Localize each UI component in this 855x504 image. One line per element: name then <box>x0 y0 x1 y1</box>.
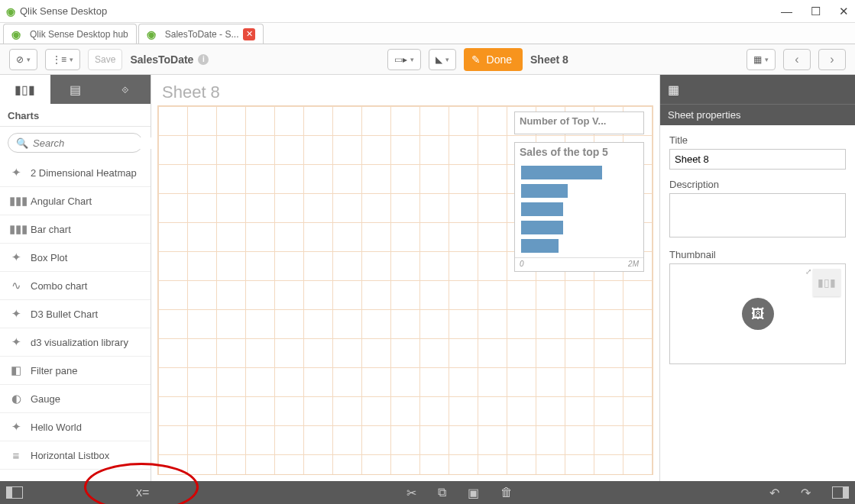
chart-item-label: Box Plot <box>31 252 67 263</box>
save-button[interactable]: Save <box>88 49 122 70</box>
chart-item-label: Hello World <box>31 422 82 433</box>
tabstrip: ◉ Qlik Sense Desktop hub ◉ SalesToDate -… <box>0 23 855 44</box>
thumbnail-label: Thumbnail <box>669 249 846 260</box>
charts-tab[interactable]: ▮▯▮ <box>0 75 50 104</box>
play-button[interactable]: ▭▸▾ <box>387 49 421 70</box>
pencil-icon: ✎ <box>471 53 481 66</box>
chart-list-item[interactable]: ≡Horizontal Listbox <box>0 441 151 470</box>
chart-list-item[interactable]: ∿Combo chart <box>0 272 151 300</box>
thumbnail-box[interactable]: ⤢ ▮▯▮ 🖼 <box>669 263 846 364</box>
tab-app[interactable]: ◉ SalesToDate - S... ✕ <box>138 24 264 44</box>
bookmark-icon: ◣ <box>436 54 442 65</box>
qlik-icon: ◉ <box>11 28 21 40</box>
toggle-right-panel-icon[interactable] <box>832 486 849 499</box>
chart-type-icon: ✦ <box>9 166 23 179</box>
grid-icon: ▦ <box>753 54 762 65</box>
chart-item-label: Filter pane <box>31 365 77 376</box>
close-icon[interactable]: ✕ <box>243 28 255 40</box>
chart-list-item[interactable]: ▮▮▮Bar chart <box>0 215 151 244</box>
chart-list-item[interactable]: ✦d3 visualization library <box>0 328 151 357</box>
chart-list-item[interactable]: ✦D3 Bullet Chart <box>0 300 151 328</box>
search-icon: 🔍 <box>16 137 28 149</box>
sheet-title: Sheet 8 <box>154 78 656 107</box>
chart-item-label: d3 visualization library <box>31 337 128 348</box>
app-name: SalesToDate i <box>130 53 209 66</box>
statusbar: x= ✂ ⧉ ▣ 🗑 ↶ ↷ <box>0 481 855 504</box>
image-icon[interactable]: 🖼 <box>742 298 774 330</box>
chart-type-icon: ◐ <box>9 392 23 405</box>
chart-list: ✦2 Dimensional Heatmap▮▮▮Angular Chart▮▮… <box>0 159 151 481</box>
bookmark-button[interactable]: ◣▾ <box>429 49 456 70</box>
qlik-icon: ◉ <box>6 5 15 18</box>
chart-type-icon: ✦ <box>9 335 23 349</box>
props-header: Sheet properties <box>660 104 855 125</box>
chart-type-icon: ◧ <box>9 363 23 377</box>
bar <box>521 184 568 198</box>
chart-type-icon: ✦ <box>9 307 23 321</box>
chart-item-label: Horizontal Listbox <box>31 450 109 461</box>
undo-icon[interactable]: ↶ <box>769 486 779 500</box>
tab-label: SalesToDate - S... <box>165 29 239 40</box>
fields-tab[interactable]: ▤ <box>50 75 101 104</box>
chart-axis: 0 2M <box>515 257 643 271</box>
chart-list-item[interactable]: ▮▮▮Angular Chart <box>0 187 151 215</box>
chart-list-item[interactable]: ✦Hello World <box>0 413 151 441</box>
sheet-canvas[interactable]: Sheet 8 Number of Top V... Sales of the … <box>151 75 659 481</box>
qlik-icon: ◉ <box>147 28 156 40</box>
search-input[interactable] <box>33 137 162 149</box>
chevron-down-icon: ▾ <box>70 56 73 63</box>
info-icon[interactable]: i <box>198 54 209 65</box>
tab-hub[interactable]: ◉ Qlik Sense Desktop hub <box>3 24 137 44</box>
chart-list-item[interactable]: ✦Box Plot <box>0 244 151 272</box>
sheet-name: Sheet 8 <box>530 53 568 66</box>
tab-label: Qlik Sense Desktop hub <box>30 29 128 40</box>
chart-item-label: Gauge <box>31 393 60 405</box>
chevron-right-icon: › <box>830 53 834 66</box>
chart-type-icon: ▮▮▮ <box>9 194 23 208</box>
prev-sheet-button[interactable]: ‹ <box>783 49 811 70</box>
chart-list-item[interactable]: ✦2 Dimensional Heatmap <box>0 159 151 187</box>
bar <box>521 221 563 234</box>
chart-list-item[interactable]: ◧Filter pane <box>0 357 151 385</box>
left-panel: ▮▯▮ ▤ ⟐ Charts 🔍 ✦2 Dimensional Heatmap▮… <box>0 75 151 481</box>
next-sheet-button[interactable]: › <box>818 49 846 70</box>
link-icon: ⟐ <box>121 82 129 96</box>
done-button[interactable]: ✎ Done <box>464 48 523 71</box>
play-icon: ▭▸ <box>394 54 407 65</box>
expand-icon[interactable]: ⤢ <box>805 267 811 276</box>
chart-type-icon: ✦ <box>9 420 23 434</box>
sheet-icon: ▦ <box>668 82 679 97</box>
title-input[interactable] <box>669 149 846 170</box>
window-maximize-icon[interactable]: ☐ <box>811 5 821 18</box>
redo-icon[interactable]: ↷ <box>801 486 811 500</box>
chart-item-label: 2 Dimensional Heatmap <box>31 167 137 179</box>
viz-bar-chart[interactable]: Sales of the top 5 0 2M <box>514 142 644 272</box>
bar <box>521 202 563 216</box>
variables-icon[interactable]: x= <box>136 486 149 499</box>
description-input[interactable] <box>669 193 846 237</box>
cut-icon[interactable]: ✂ <box>406 486 416 500</box>
window-title: Qlik Sense Desktop <box>20 5 107 17</box>
paste-icon[interactable]: ▣ <box>468 486 479 500</box>
chart-item-label: D3 Bullet Chart <box>31 309 98 320</box>
chart-list-item[interactable]: ◐Gauge <box>0 385 151 413</box>
chart-type-icon: ≡ <box>9 449 23 462</box>
links-tab[interactable]: ⟐ <box>100 75 151 104</box>
fields-icon: ▤ <box>70 82 81 97</box>
toolbar: ⊘▾ ⋮≡▾ Save SalesToDate i ▭▸▾ ◣▾ ✎ Done … <box>0 44 855 75</box>
nav-menu-button[interactable]: ⊘▾ <box>9 49 37 70</box>
copy-icon[interactable]: ⧉ <box>438 486 446 499</box>
list-icon: ⋮≡ <box>52 54 66 65</box>
toggle-left-panel-icon[interactable] <box>6 486 23 499</box>
sheets-grid-button[interactable]: ▦▾ <box>747 49 776 70</box>
chevron-down-icon: ▾ <box>410 56 414 63</box>
chart-item-label: Combo chart <box>31 280 87 292</box>
window-close-icon[interactable]: ✕ <box>839 5 849 18</box>
delete-icon[interactable]: 🗑 <box>500 486 513 499</box>
panel-section-title: Charts <box>0 104 151 127</box>
search-box[interactable]: 🔍 <box>8 133 143 153</box>
viz-kpi[interactable]: Number of Top V... <box>514 111 644 134</box>
window-minimize-icon[interactable]: — <box>781 5 792 18</box>
thumbnail-chart-icon[interactable]: ▮▯▮ <box>813 269 840 296</box>
list-menu-button[interactable]: ⋮≡▾ <box>45 49 80 70</box>
